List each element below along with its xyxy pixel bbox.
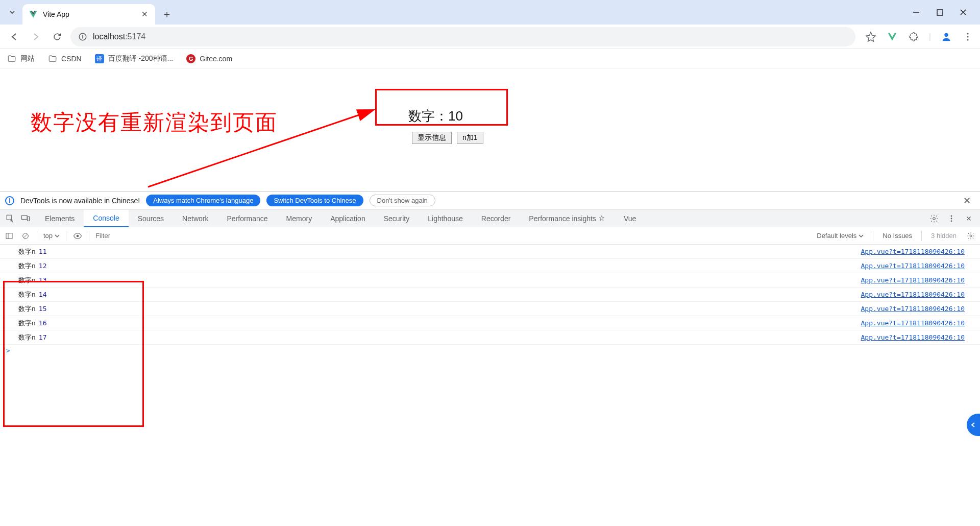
devtools-tab-lighthouse[interactable]: Lighthouse: [419, 210, 472, 227]
log-label: 数字n: [18, 290, 36, 299]
svg-point-14: [951, 215, 952, 217]
log-source-link[interactable]: App.vue?t=1718118090426:10: [861, 276, 965, 284]
devtools-tab-performance-insights[interactable]: Performance insights: [520, 210, 615, 227]
svg-rect-1: [937, 10, 943, 15]
info-icon: i: [5, 196, 14, 205]
url-text: localhost:5174: [93, 32, 145, 41]
console-log-row[interactable]: 数字n11App.vue?t=1718118090426:10: [0, 245, 980, 259]
svg-point-22: [970, 235, 972, 237]
log-label: 数字n: [18, 276, 36, 285]
svg-point-16: [951, 220, 952, 222]
browser-titlebar: Vite App ✕ ＋: [0, 0, 980, 25]
console-log-row[interactable]: 数字n14App.vue?t=1718118090426:10: [0, 288, 980, 302]
devtools-tab-vue[interactable]: Vue: [615, 210, 645, 227]
folder-icon: [48, 54, 57, 63]
log-source-link[interactable]: App.vue?t=1718118090426:10: [861, 333, 965, 341]
vue-devtools-icon[interactable]: [886, 31, 898, 43]
svg-point-15: [951, 218, 952, 219]
console-log-row[interactable]: 数字n16App.vue?t=1718118090426:10: [0, 316, 980, 330]
console-log-row[interactable]: 数字n13App.vue?t=1718118090426:10: [0, 273, 980, 288]
device-toolbar-icon[interactable]: [20, 213, 31, 224]
back-button[interactable]: [6, 29, 22, 45]
inspect-element-icon[interactable]: [5, 213, 15, 224]
devtools-kebab-icon[interactable]: [946, 213, 957, 224]
live-expression-icon[interactable]: [72, 231, 83, 241]
devtools-settings-icon[interactable]: [929, 213, 939, 224]
folder-icon: [7, 54, 16, 63]
devtools-infobar: i DevTools is now available in Chinese! …: [0, 192, 980, 210]
console-toolbar: top Default levels No Issues 3 hidden: [0, 227, 980, 245]
increment-button[interactable]: n加1: [457, 132, 483, 144]
infobar-close-icon[interactable]: ✕: [959, 195, 975, 206]
issues-indicator[interactable]: No Issues: [883, 232, 912, 240]
log-source-link[interactable]: App.vue?t=1718118090426:10: [861, 305, 965, 313]
bookmark-link[interactable]: G Gitee.com: [186, 54, 232, 63]
svg-point-21: [77, 234, 79, 237]
devtools-tab-network[interactable]: Network: [173, 210, 217, 227]
infobar-message: DevTools is now available in Chinese!: [20, 197, 140, 205]
console-settings-icon[interactable]: [966, 231, 976, 241]
log-source-link[interactable]: App.vue?t=1718118090426:10: [861, 262, 965, 270]
bookmark-folder[interactable]: CSDN: [48, 54, 82, 63]
match-language-button[interactable]: Always match Chrome's language: [146, 195, 260, 206]
translate-icon: 译: [95, 54, 104, 63]
svg-point-7: [967, 36, 968, 37]
bookmark-label: 百度翻译 -200种语...: [108, 54, 174, 63]
minimize-icon[interactable]: [912, 8, 921, 17]
switch-language-button[interactable]: Switch DevTools to Chinese: [266, 195, 363, 206]
star-icon[interactable]: [865, 31, 877, 43]
devtools-close-icon[interactable]: ✕: [964, 213, 974, 224]
kebab-menu-icon[interactable]: [962, 31, 974, 43]
extensions-icon[interactable]: [908, 31, 920, 43]
omnibox[interactable]: localhost:5174: [70, 27, 855, 46]
profile-icon[interactable]: [940, 31, 952, 43]
page-content: 数字没有重新渲染到页面 数字：10 显示信息 n加1: [0, 68, 980, 191]
dont-show-button[interactable]: Don't show again: [370, 195, 435, 206]
console-filter-input[interactable]: [95, 232, 136, 240]
log-label: 数字n: [18, 333, 36, 342]
console-sidebar-toggle-icon[interactable]: [4, 231, 14, 241]
svg-rect-17: [6, 233, 12, 238]
devtools-tab-elements[interactable]: Elements: [36, 210, 84, 227]
window-controls: [912, 0, 980, 25]
bookmark-link[interactable]: 译 百度翻译 -200种语...: [95, 54, 174, 63]
bookmarks-bar: 网站 CSDN 译 百度翻译 -200种语... G Gitee.com: [0, 49, 980, 68]
log-source-link[interactable]: App.vue?t=1718118090426:10: [861, 291, 965, 298]
hidden-count[interactable]: 3 hidden: [931, 232, 957, 240]
site-info-icon[interactable]: [78, 32, 88, 42]
browser-tab[interactable]: Vite App ✕: [22, 4, 155, 25]
svg-point-5: [944, 33, 948, 36]
new-tab-button[interactable]: ＋: [158, 5, 176, 22]
bookmark-label: CSDN: [61, 55, 82, 63]
console-output[interactable]: 数字n11App.vue?t=1718118090426:10数字n12App.…: [0, 245, 980, 526]
log-source-link[interactable]: App.vue?t=1718118090426:10: [861, 248, 965, 255]
maximize-icon[interactable]: [935, 8, 944, 17]
forward-button[interactable]: [28, 29, 44, 45]
console-log-row[interactable]: 数字n17App.vue?t=1718118090426:10: [0, 330, 980, 345]
console-log-row[interactable]: 数字n12App.vue?t=1718118090426:10: [0, 259, 980, 273]
log-source-link[interactable]: App.vue?t=1718118090426:10: [861, 319, 965, 327]
devtools-tab-sources[interactable]: Sources: [129, 210, 173, 227]
log-label: 数字n: [18, 319, 36, 328]
tab-search-button[interactable]: [2, 2, 22, 22]
devtools-tab-application[interactable]: Application: [321, 210, 375, 227]
console-log-row[interactable]: 数字n15App.vue?t=1718118090426:10: [0, 302, 980, 316]
reload-button[interactable]: [49, 29, 65, 45]
log-label: 数字n: [18, 247, 36, 256]
clear-console-icon[interactable]: [20, 231, 31, 241]
context-selector[interactable]: top: [43, 232, 60, 240]
devtools-tab-recorder[interactable]: Recorder: [472, 210, 520, 227]
devtools-tab-console[interactable]: Console: [84, 210, 128, 227]
show-info-button[interactable]: 显示信息: [412, 132, 452, 144]
log-label: 数字n: [18, 304, 36, 314]
log-levels-dropdown[interactable]: Default levels: [817, 232, 864, 240]
console-prompt[interactable]: >: [0, 345, 980, 356]
devtools-tab-memory[interactable]: Memory: [277, 210, 322, 227]
tab-title: Vite App: [43, 10, 135, 18]
devtools-tab-performance[interactable]: Performance: [217, 210, 277, 227]
window-close-icon[interactable]: [959, 8, 968, 17]
bookmark-folder[interactable]: 网站: [7, 54, 35, 63]
log-value: 17: [39, 333, 47, 341]
tab-close-icon[interactable]: ✕: [140, 10, 149, 19]
devtools-tab-security[interactable]: Security: [375, 210, 419, 227]
